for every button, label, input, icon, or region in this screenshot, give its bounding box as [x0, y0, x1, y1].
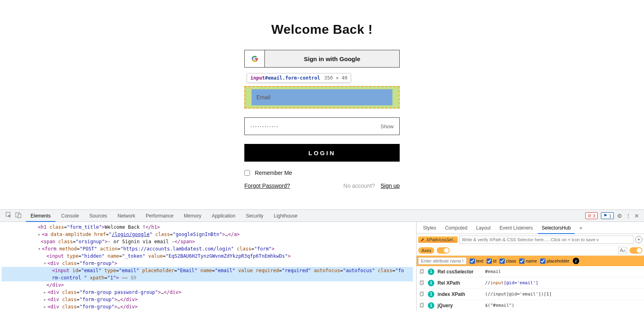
- check-name[interactable]: name: [519, 259, 537, 264]
- add-selector-icon[interactable]: +: [635, 236, 642, 243]
- google-icon: [245, 50, 265, 67]
- error-count-badge[interactable]: ⊘ 3: [585, 212, 598, 219]
- selector-type-label: index XPath: [438, 291, 482, 297]
- close-devtools-icon[interactable]: ✕: [634, 213, 639, 219]
- tab-security[interactable]: Security: [241, 210, 268, 222]
- selector-type-label: jQuery: [438, 303, 482, 308]
- more-menu-icon[interactable]: ⋮: [625, 213, 631, 219]
- xpath-input[interactable]: [459, 236, 634, 244]
- device-toolbar-icon[interactable]: [15, 212, 22, 220]
- login-page: Welcome Back ! Sign in with Google - or …: [0, 0, 644, 209]
- axes-button[interactable]: Axes: [418, 247, 434, 254]
- axes-toggle[interactable]: [437, 247, 450, 254]
- selectorshub-toolbar: XPath/cssSel.. +: [417, 234, 644, 245]
- subtab-layout[interactable]: Layout: [472, 222, 495, 234]
- copy-icon[interactable]: [419, 291, 425, 297]
- google-signin-label: Sign in with Google: [265, 50, 399, 67]
- page-title: Welcome Back !: [244, 22, 400, 37]
- copy-icon[interactable]: [419, 280, 425, 286]
- element-inspector-tooltip: input#email.form-control350 × 40: [247, 73, 351, 83]
- selector-result-row: 1 Rel XPath //input[@id='email']: [417, 277, 644, 289]
- match-count-badge: 1: [428, 269, 434, 275]
- tooltip-selector: #email.form-control: [265, 75, 320, 81]
- tooltip-dimensions: 350 × 40: [324, 75, 347, 81]
- elements-tree[interactable]: <h1 class="form_title">Welcome Back !</h…: [0, 222, 416, 310]
- code-line: <span class="orsignup">- or Signin via e…: [2, 238, 413, 245]
- password-input[interactable]: [250, 123, 380, 129]
- settings-gear-icon[interactable]: ⚙: [617, 213, 622, 219]
- password-group: Show: [244, 117, 400, 135]
- svg-rect-2: [18, 214, 21, 218]
- attribute-filter-row: text id class name placeholder i: [417, 256, 644, 266]
- inspect-element-icon[interactable]: [6, 212, 12, 220]
- show-password-toggle[interactable]: Show: [380, 123, 394, 129]
- selector-value[interactable]: //input[@id='email']: [485, 280, 538, 285]
- google-signin-button[interactable]: Sign in with Google: [244, 50, 400, 68]
- login-form-container: Welcome Back ! Sign in with Google - or …: [244, 0, 400, 189]
- code-line[interactable]: ▸<div class="form-group">…</div>: [2, 296, 413, 303]
- selector-type-label: Rel cssSelector: [438, 269, 482, 275]
- forgot-password-link[interactable]: Forgot Password?: [244, 183, 290, 189]
- selector-type-label: Rel XPath: [438, 280, 482, 286]
- remember-me-row[interactable]: Remember Me: [244, 170, 400, 176]
- match-count-badge: 1: [428, 291, 434, 297]
- tab-sources[interactable]: Sources: [85, 210, 112, 222]
- styles-sidebar: Styles Computed Layout Event Listeners S…: [416, 222, 644, 310]
- tab-elements[interactable]: Elements: [26, 210, 56, 222]
- axes-row: Axes AA: [417, 245, 644, 256]
- selector-value[interactable]: (//input[@id='email'])[1]: [485, 291, 552, 297]
- signup-link[interactable]: Sign up: [381, 183, 400, 189]
- check-placeholder[interactable]: placeholder: [540, 259, 570, 264]
- code-line: <h1 class="form_title">Welcome Back !</h…: [2, 224, 413, 231]
- selector-result-row: 1 index XPath (//input[@id='email'])[1]: [417, 289, 644, 300]
- check-text[interactable]: text: [470, 259, 483, 264]
- copy-icon[interactable]: [419, 303, 425, 308]
- tab-performance[interactable]: Performance: [141, 210, 178, 222]
- selectorshub-badge[interactable]: XPath/cssSel..: [418, 236, 458, 243]
- check-id[interactable]: id: [487, 259, 497, 264]
- no-account-label: No account?: [343, 183, 375, 189]
- tab-network[interactable]: Network: [113, 210, 140, 222]
- code-line: </div>: [2, 281, 413, 289]
- tooltip-tag: input: [250, 75, 265, 81]
- code-line[interactable]: ▸<div class="form-group password-group">…: [2, 289, 413, 296]
- font-size-icon[interactable]: AA: [618, 247, 627, 254]
- subtab-computed[interactable]: Computed: [441, 222, 471, 234]
- code-line-selected[interactable]: <input id="email" type="email" placehold…: [2, 267, 413, 274]
- subtab-more-icon[interactable]: »: [576, 222, 586, 234]
- inspected-email-field-highlight: input#email.form-control350 × 40: [244, 86, 400, 109]
- code-line[interactable]: ▾<div class="form-group">: [2, 260, 413, 267]
- styles-subtabs: Styles Computed Layout Event Listeners S…: [417, 222, 644, 234]
- code-line[interactable]: ▾<form method="POST" action="https://acc…: [2, 245, 413, 252]
- devtools-body: <h1 class="form_title">Welcome Back !</h…: [0, 222, 644, 310]
- subtab-selectorshub[interactable]: SelectorsHub: [538, 222, 575, 234]
- selector-value[interactable]: #email: [485, 269, 501, 274]
- devtools-tabbar: Elements Console Sources Network Perform…: [0, 210, 644, 222]
- attribute-name-input[interactable]: [418, 257, 466, 265]
- selector-result-row: 1 jQuery $("#email"): [417, 300, 644, 310]
- devtools-panel: Elements Console Sources Network Perform…: [0, 209, 644, 310]
- code-line: <input type="hidden" name="_token" value…: [2, 252, 413, 260]
- subtab-event-listeners[interactable]: Event Listeners: [495, 222, 537, 234]
- info-icon[interactable]: i: [573, 258, 579, 264]
- bottom-links-row: Forgot Password? No account? Sign up: [244, 183, 400, 189]
- remember-me-label: Remember Me: [255, 170, 292, 176]
- code-line[interactable]: ▸<div class="form-group">…</div>: [2, 303, 413, 310]
- selector-value[interactable]: $("#email"): [485, 303, 514, 308]
- remember-me-checkbox[interactable]: [244, 170, 250, 176]
- code-line[interactable]: ▸<a data-amplitude href="/login/google" …: [2, 231, 413, 238]
- email-input[interactable]: [252, 89, 392, 105]
- selector-result-row: 1 Rel cssSelector #email: [417, 266, 644, 277]
- tab-application[interactable]: Application: [207, 210, 240, 222]
- subtab-styles[interactable]: Styles: [419, 222, 440, 234]
- match-count-badge: 1: [428, 302, 434, 309]
- check-class[interactable]: class: [500, 259, 516, 264]
- tab-memory[interactable]: Memory: [179, 210, 206, 222]
- login-button[interactable]: LOGIN: [244, 144, 400, 162]
- tab-lighthouse[interactable]: Lighthouse: [269, 210, 302, 222]
- tab-console[interactable]: Console: [56, 210, 84, 222]
- code-line-selected[interactable]: rm-control " xpath="1"> == $0: [2, 274, 413, 281]
- copy-icon[interactable]: [419, 269, 425, 275]
- warning-count-badge[interactable]: ⚑ 1: [601, 212, 614, 219]
- font-toggle[interactable]: [630, 247, 642, 254]
